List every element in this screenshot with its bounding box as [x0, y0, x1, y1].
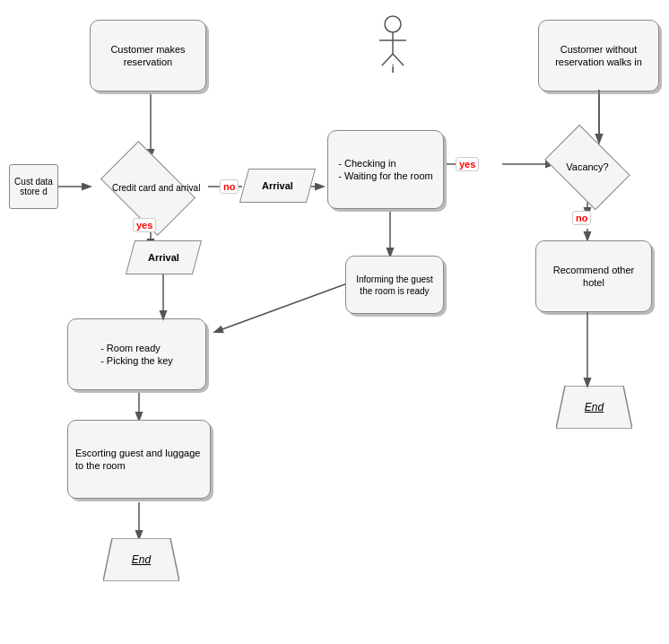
svg-line-19 — [393, 54, 404, 65]
room-ready-box: - Room ready - Picking the key — [67, 318, 206, 390]
svg-line-10 — [215, 283, 350, 332]
customer-reservation-label: Customer makes reservation — [96, 43, 200, 69]
informing-guest-label: Informing the guest the room is ready — [352, 274, 438, 297]
yes2-label: yes — [456, 157, 479, 171]
end2-label: End — [585, 401, 604, 413]
end1-trapezoid: End — [103, 538, 179, 581]
arrival1-shape: Arrival — [239, 169, 316, 203]
customer-no-reservation-box: Customer without reservation walks in — [538, 20, 659, 91]
person-svg — [375, 13, 411, 67]
arrival2-label: Arrival — [148, 252, 179, 263]
yes1-label: yes — [133, 218, 156, 232]
recommend-hotel-box: Recommend other hotel — [535, 240, 652, 312]
customer-reservation-box: Customer makes reservation — [90, 20, 206, 91]
vacancy-diamond-wrap: Vacancy? — [547, 139, 628, 195]
credit-card-diamond-wrap: Credit card and arrival — [90, 157, 206, 220]
checking-in-box: - Checking in - Waiting for the room — [327, 130, 444, 209]
arrival1-label: Arrival — [262, 180, 293, 191]
recommend-hotel-label: Recommend other hotel — [542, 264, 646, 290]
no2-label: no — [572, 211, 591, 225]
flowchart: Customer makes reservation i Customer wi… — [0, 0, 669, 644]
credit-card-label: Credit card and arrival — [112, 183, 184, 194]
end2-trapezoid: End — [556, 386, 632, 429]
escorting-box: Escorting guest and luggage to the room — [67, 420, 211, 499]
person-icon: i — [375, 13, 411, 75]
person-label: i — [392, 63, 395, 75]
checking-in-label: - Checking in - Waiting for the room — [338, 157, 432, 183]
vacancy-label: Vacancy? — [566, 161, 609, 172]
no1-label: no — [220, 179, 239, 194]
end1-label: End — [132, 553, 151, 566]
arrival2-shape: Arrival — [126, 240, 202, 274]
svg-point-15 — [385, 16, 401, 32]
room-ready-label: - Room ready - Picking the key — [100, 342, 173, 368]
cust-data-store: Cust data store d — [9, 164, 58, 209]
cust-data-label: Cust data store d — [13, 177, 54, 196]
customer-no-reservation-label: Customer without reservation walks in — [544, 43, 653, 69]
informing-guest-box: Informing the guest the room is ready — [345, 256, 444, 314]
escorting-label: Escorting guest and luggage to the room — [75, 447, 203, 473]
